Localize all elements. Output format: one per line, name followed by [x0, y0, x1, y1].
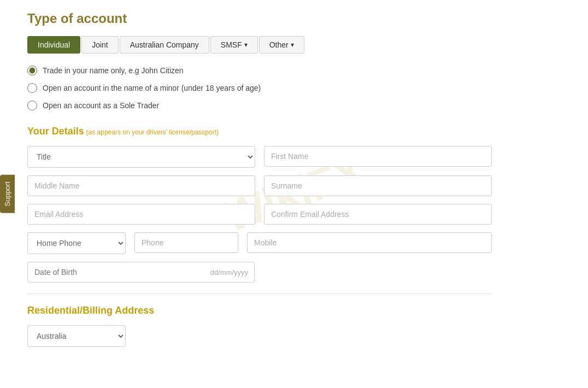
surname-field	[264, 175, 492, 196]
title-field: Title Mr Mrs Ms Dr	[27, 146, 255, 168]
country-select[interactable]: Australia New Zealand United Kingdom Uni…	[27, 325, 126, 347]
title-select[interactable]: Title Mr Mrs Ms Dr	[27, 146, 255, 168]
phone-type-field: Home Phone Work Phone Mobile	[27, 232, 126, 254]
middle-name-field	[27, 175, 255, 196]
tab-individual[interactable]: Individual	[27, 36, 80, 54]
page-title: Type of account	[27, 11, 492, 26]
your-details-section: Your Details (as appears on your drivers…	[27, 126, 492, 283]
phone-number-input[interactable]	[134, 232, 238, 253]
dob-field: dd/mm/yyyy	[27, 262, 255, 283]
email-field	[27, 204, 255, 225]
radio-sole-trader-label: Open an account as a Sole Trader	[43, 101, 159, 110]
middlename-surname-row	[27, 175, 492, 196]
support-tab[interactable]: Support	[0, 175, 15, 213]
mobile-input[interactable]	[247, 232, 492, 253]
tab-smsf[interactable]: SMSF	[210, 36, 258, 54]
tab-other[interactable]: Other	[259, 36, 304, 54]
phone-row: Home Phone Work Phone Mobile	[27, 232, 492, 254]
billing-section: Residential/Billing Address Australia Ne…	[27, 305, 492, 347]
email-input[interactable]	[27, 204, 255, 225]
radio-sole-trader[interactable]: Open an account as a Sole Trader	[27, 101, 492, 110]
confirm-email-field	[264, 204, 492, 225]
dob-row: dd/mm/yyyy	[27, 262, 492, 283]
surname-input[interactable]	[264, 175, 492, 196]
radio-trade-name[interactable]: Trade in your name only, e.g John Citize…	[27, 66, 492, 75]
tab-australian-company[interactable]: Australian Company	[120, 36, 209, 54]
radio-minor-label: Open an account in the name of a minor (…	[43, 84, 261, 92]
radio-trade-name-input[interactable]	[27, 66, 37, 75]
first-name-input[interactable]	[264, 146, 492, 167]
individual-options: Trade in your name only, e.g John Citize…	[27, 66, 492, 110]
account-type-tabs: Individual Joint Australian Company SMSF…	[27, 36, 492, 54]
radio-trade-name-label: Trade in your name only, e.g John Citize…	[43, 66, 184, 75]
confirm-email-input[interactable]	[264, 204, 492, 225]
title-firstname-row: Title Mr Mrs Ms Dr	[27, 146, 492, 168]
billing-title: Residential/Billing Address	[27, 305, 492, 316]
email-row	[27, 204, 492, 225]
middle-name-input[interactable]	[27, 175, 255, 196]
phone-number-field	[134, 232, 238, 254]
mobile-field	[247, 232, 492, 254]
billing-country-row: Australia New Zealand United Kingdom Uni…	[27, 325, 492, 347]
your-details-subtitle: (as appears on your drivers' license/pas…	[86, 128, 219, 136]
tab-joint[interactable]: Joint	[81, 36, 119, 54]
radio-minor[interactable]: Open an account in the name of a minor (…	[27, 83, 492, 93]
phone-type-select[interactable]: Home Phone Work Phone Mobile	[27, 232, 126, 254]
dob-input[interactable]	[27, 262, 255, 283]
your-details-title: Your Details	[27, 126, 84, 137]
radio-minor-input[interactable]	[27, 83, 37, 93]
section-divider	[27, 293, 492, 294]
radio-sole-trader-input[interactable]	[27, 101, 37, 110]
country-field: Australia New Zealand United Kingdom Uni…	[27, 325, 126, 347]
first-name-field	[264, 146, 492, 168]
